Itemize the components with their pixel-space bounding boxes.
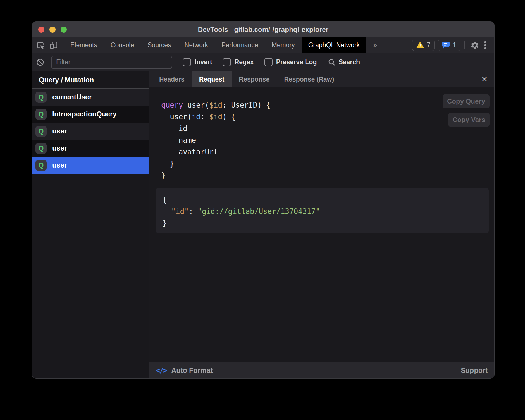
query-item-label: user <box>52 144 67 152</box>
query-item-introspectionquery[interactable]: Q IntrospectionQuery <box>32 106 149 123</box>
regex-checkbox[interactable] <box>223 58 231 66</box>
toolbar-separator <box>464 41 465 49</box>
tab-elements[interactable]: Elements <box>64 37 104 53</box>
device-toolbar-icon[interactable] <box>49 39 58 51</box>
tab-response[interactable]: Response <box>232 71 277 87</box>
query-item-currentUser[interactable]: Q currentUser <box>32 89 149 106</box>
filter-input[interactable] <box>51 56 172 69</box>
copy-query-button[interactable]: Copy Query <box>443 94 490 108</box>
window-title: DevTools - gitlab.com/-/graphql-explorer <box>198 26 329 34</box>
tab-request[interactable]: Request <box>192 71 232 87</box>
query-item-label: currentUser <box>52 93 92 101</box>
issues-count: 1 <box>453 41 456 49</box>
query-item-label: user <box>52 127 67 135</box>
devtools-tabs: Elements Console Sources Network Perform… <box>64 37 384 53</box>
query-list: Q currentUser Q IntrospectionQuery Q use… <box>32 89 149 174</box>
warning-icon <box>416 42 424 49</box>
preserve-log-checkbox-group: Preserve Log <box>264 58 317 66</box>
preserve-log-label: Preserve Log <box>276 58 317 66</box>
request-footer: </> Auto Format Support <box>149 362 494 378</box>
title-bar: DevTools - gitlab.com/-/graphql-explorer <box>32 22 494 37</box>
issues-badge[interactable]: 1 <box>438 40 460 51</box>
tab-sources[interactable]: Sources <box>141 37 178 53</box>
query-type-badge: Q <box>35 160 47 171</box>
invert-label: Invert <box>195 58 212 66</box>
inspect-element-icon[interactable] <box>37 39 45 51</box>
query-item-user-3-selected[interactable]: Q user <box>32 157 149 174</box>
close-panel-icon[interactable]: ✕ <box>474 71 494 87</box>
tab-headers[interactable]: Headers <box>152 71 192 87</box>
query-type-badge: Q <box>35 109 47 120</box>
more-tabs-chevron-icon[interactable]: » <box>366 37 384 53</box>
tab-graphql-network[interactable]: GraphQL Network <box>302 37 367 53</box>
warnings-badge[interactable]: 7 <box>412 40 435 51</box>
devtools-window: DevTools - gitlab.com/-/graphql-explorer… <box>32 22 494 378</box>
query-type-badge: Q <box>35 143 47 154</box>
search-label: Search <box>338 58 360 66</box>
request-content: query user($id: UserID) { user(id: $id) … <box>149 87 494 362</box>
tab-memory[interactable]: Memory <box>265 37 302 53</box>
support-link[interactable]: Support <box>461 366 488 374</box>
zoom-window-button[interactable] <box>61 27 67 33</box>
invert-checkbox[interactable] <box>183 58 191 66</box>
query-variables-box: { "id": "gid://gitlab/User/13704317"} <box>156 188 489 233</box>
message-bubble-icon <box>442 42 450 49</box>
query-item-user-2[interactable]: Q user <box>32 140 149 157</box>
traffic-lights <box>38 22 67 37</box>
devtools-toolbar: Elements Console Sources Network Perform… <box>32 37 494 53</box>
auto-format-button[interactable]: Auto Format <box>171 366 213 374</box>
tab-network[interactable]: Network <box>178 37 215 53</box>
regex-checkbox-group: Regex <box>223 58 254 66</box>
request-detail-panel: Headers Request Response Response (Raw) … <box>149 71 494 378</box>
tab-performance[interactable]: Performance <box>215 37 265 53</box>
tab-response-raw[interactable]: Response (Raw) <box>277 71 341 87</box>
query-item-label: IntrospectionQuery <box>52 110 117 118</box>
query-list-header: Query / Mutation <box>32 71 149 89</box>
regex-label: Regex <box>235 58 254 66</box>
copy-vars-button[interactable]: Copy Vars <box>448 113 490 127</box>
query-type-badge: Q <box>35 126 47 137</box>
clear-block-icon[interactable] <box>36 56 44 68</box>
query-item-user-1[interactable]: Q user <box>32 123 149 140</box>
code-brackets-icon: </> <box>156 366 167 374</box>
query-item-label: user <box>52 161 67 169</box>
search-control[interactable]: Search <box>328 58 360 66</box>
query-list-panel: Query / Mutation Q currentUser Q Introsp… <box>32 71 149 378</box>
close-window-button[interactable] <box>38 27 44 33</box>
more-options-dots-icon[interactable] <box>481 39 489 51</box>
toolbar-separator <box>61 41 61 49</box>
warning-count: 7 <box>427 41 430 49</box>
search-icon <box>328 58 336 66</box>
request-detail-tabs: Headers Request Response Response (Raw) … <box>149 71 494 87</box>
query-type-badge: Q <box>35 92 47 103</box>
graphql-query-code: query user($id: UserID) { user(id: $id) … <box>161 99 270 181</box>
preserve-log-checkbox[interactable] <box>264 58 273 66</box>
minimize-window-button[interactable] <box>49 27 56 33</box>
query-variables-json: { "id": "gid://gitlab/User/13704317"} <box>163 194 320 229</box>
invert-checkbox-group: Invert <box>183 58 212 66</box>
filter-bar: Invert Regex Preserve Log Search <box>32 53 494 71</box>
settings-gear-icon[interactable] <box>469 39 481 51</box>
tab-console[interactable]: Console <box>104 37 141 53</box>
